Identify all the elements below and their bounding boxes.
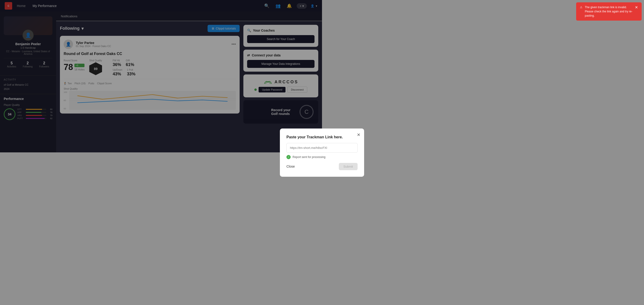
trackman-link-input[interactable] (286, 143, 322, 152)
modal-title: Paste your Trackman Link here. (286, 135, 322, 139)
trackman-modal: ✕ Paste your Trackman Link here. ✓ Repor… (280, 128, 322, 152)
modal-overlay: ✕ Paste your Trackman Link here. ✓ Repor… (0, 0, 322, 152)
